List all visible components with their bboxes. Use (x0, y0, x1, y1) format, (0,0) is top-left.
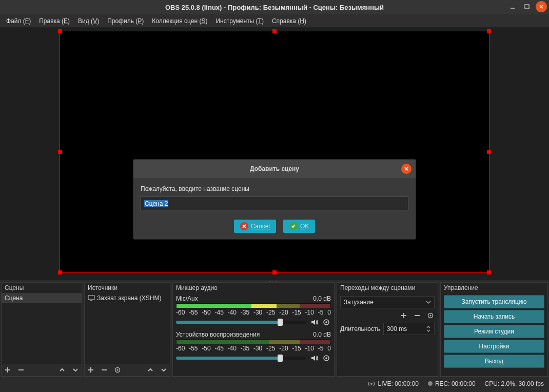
window-titlebar: OBS 25.0.8 (linux) - Профиль: Безымянный… (0, 0, 549, 14)
menu-edit[interactable]: Правка (E) (35, 15, 74, 27)
ok-icon (289, 222, 298, 230)
audio-meter (176, 339, 331, 344)
cancel-icon (240, 222, 248, 230)
menu-file[interactable]: Файл (F) (2, 15, 35, 27)
record-dot-icon (428, 381, 433, 386)
transitions-dock: Переходы между сценами Затухание Длитель… (337, 282, 438, 377)
resize-handle[interactable] (58, 270, 62, 275)
menu-scene-collection[interactable]: Коллекция сцен (S) (148, 15, 211, 27)
scenes-dock: Сцены Сцена (1, 282, 82, 377)
controls-dock: Управление Запустить трансляцию Начать з… (440, 282, 548, 377)
sources-header: Источники (85, 283, 170, 293)
svg-point-13 (370, 383, 372, 385)
svg-point-6 (117, 369, 119, 371)
mute-button[interactable] (309, 354, 319, 363)
mixer-dock: Микшер аудио Mic/Aux0.0 dB -60-55-50-45-… (172, 282, 335, 377)
duration-label: Длительность (340, 325, 380, 332)
source-row[interactable]: Захват экрана (XSHM) (85, 293, 170, 303)
mixer-channel-name: Mic/Aux (176, 295, 198, 302)
duration-spinner[interactable]: 300 ms (383, 323, 435, 335)
resize-handle[interactable] (58, 150, 62, 154)
menu-tools[interactable]: Инструменты (T) (211, 15, 268, 27)
minimize-button[interactable] (507, 1, 518, 12)
broadcast-icon (368, 380, 375, 387)
add-scene-button[interactable] (4, 366, 12, 374)
remove-source-button[interactable] (100, 366, 108, 374)
menu-profile[interactable]: Профиль (P) (103, 15, 148, 27)
mixer-channel-db: 0.0 dB (313, 295, 331, 302)
svg-point-12 (430, 315, 432, 317)
svg-point-8 (325, 321, 327, 323)
channel-settings-button[interactable] (322, 318, 331, 327)
mixer-channel: Устройство воспроизведения0.0 dB -60-55-… (176, 331, 331, 363)
studio-mode-button[interactable]: Режим студии (444, 325, 544, 338)
window-title: OBS 25.0.8 (linux) - Профиль: Безымянный… (165, 4, 384, 11)
status-rec: REC: 00:00:00 (428, 380, 476, 387)
transition-select[interactable]: Затухание (340, 296, 435, 308)
source-label: Захват экрана (XSHM) (97, 295, 161, 302)
cancel-button[interactable]: Cancel (234, 220, 276, 233)
dialog-prompt: Пожалуйста, введите название сцены (141, 185, 408, 192)
mixer-channel-name: Устройство воспроизведения (176, 331, 260, 338)
volume-slider[interactable] (176, 357, 306, 360)
scene-name-input[interactable]: Сцена 2 (141, 197, 408, 210)
resize-handle[interactable] (272, 270, 277, 275)
exit-button[interactable]: Выход (444, 355, 544, 368)
add-transition-button[interactable] (400, 311, 408, 320)
status-live: LIVE: 00:00:00 (368, 380, 418, 387)
mixer-channel-db: 0.0 dB (313, 331, 331, 338)
add-source-button[interactable] (87, 366, 95, 374)
maximize-button[interactable] (521, 1, 533, 12)
meter-ticks: -60-55-50-45-40-35-30-25-20-15-10-50 (176, 345, 331, 352)
start-record-button[interactable]: Начать запись (444, 310, 544, 323)
preview-area (0, 28, 549, 280)
source-properties-button[interactable] (113, 366, 122, 374)
volume-slider[interactable] (176, 321, 306, 324)
close-button[interactable] (536, 1, 547, 12)
mute-button[interactable] (309, 318, 319, 327)
move-scene-up-button[interactable] (58, 366, 66, 374)
audio-meter (176, 303, 331, 308)
resize-handle[interactable] (487, 29, 491, 33)
mixer-channel: Mic/Aux0.0 dB -60-55-50-45-40-35-30-25-2… (176, 295, 331, 327)
transition-selected: Затухание (344, 299, 374, 306)
monitor-icon (88, 295, 95, 301)
resize-handle[interactable] (487, 270, 491, 275)
menubar: Файл (F) Правка (E) Вид (V) Профиль (P) … (0, 14, 549, 28)
transitions-header: Переходы между сценами (337, 283, 438, 293)
menu-view[interactable]: Вид (V) (74, 15, 103, 27)
meter-ticks: -60-55-50-45-40-35-30-25-20-15-10-50 (176, 309, 331, 316)
start-stream-button[interactable]: Запустить трансляцию (444, 295, 544, 308)
channel-settings-button[interactable] (322, 354, 331, 363)
ok-button[interactable]: OK (283, 220, 315, 233)
spinner-arrows-icon (426, 325, 431, 332)
resize-handle[interactable] (487, 150, 491, 154)
resize-handle[interactable] (58, 29, 62, 33)
status-bar: LIVE: 00:00:00 REC: 00:00:00 CPU: 2.0%, … (0, 377, 549, 390)
status-cpu: CPU: 2.0%, 30.00 fps (485, 380, 544, 387)
scene-row[interactable]: Сцена (2, 293, 82, 303)
move-source-up-button[interactable] (146, 366, 154, 374)
controls-header: Управление (441, 283, 547, 293)
settings-button[interactable]: Настройки (444, 340, 544, 353)
transition-settings-button[interactable] (426, 311, 435, 320)
resize-handle[interactable] (272, 29, 277, 33)
remove-scene-button[interactable] (17, 366, 25, 374)
scenes-header: Сцены (2, 283, 82, 293)
dialog-title: Добавить сцену (133, 160, 416, 178)
svg-rect-4 (88, 296, 94, 300)
mixer-header: Микшер аудио (173, 283, 334, 293)
move-source-down-button[interactable] (160, 366, 168, 374)
dialog-close-button[interactable] (401, 164, 411, 174)
remove-transition-button[interactable] (413, 311, 421, 320)
svg-rect-1 (525, 5, 529, 9)
sources-dock: Источники Захват экрана (XSHM) (84, 282, 170, 377)
move-scene-down-button[interactable] (71, 366, 80, 374)
menu-help[interactable]: Справка (H) (268, 15, 310, 27)
add-scene-dialog: Добавить сцену Пожалуйста, введите назва… (133, 159, 416, 240)
svg-point-10 (325, 357, 327, 359)
chevron-down-icon (426, 300, 431, 305)
duration-value: 300 ms (387, 325, 407, 332)
